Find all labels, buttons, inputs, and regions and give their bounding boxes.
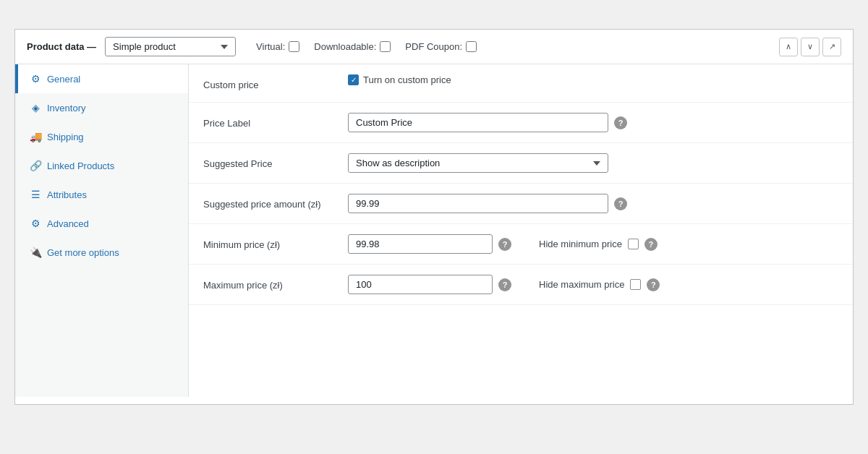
tag-icon: ◈ [30, 102, 41, 113]
suggested-price-label: Suggested Price [203, 153, 348, 171]
hide-maximum-price-group: Hide maximum price ? [539, 278, 660, 291]
hide-minimum-price-help-icon[interactable]: ? [644, 238, 658, 251]
minimum-price-help-icon[interactable]: ? [498, 238, 511, 251]
list-icon: ☰ [30, 189, 41, 200]
sidebar-item-inventory-label: Inventory [47, 103, 85, 113]
sidebar-item-attributes-label: Attributes [47, 189, 87, 200]
maximum-price-label: Maximum price (zł) [203, 275, 348, 292]
wrench-icon: ⚙ [30, 73, 41, 85]
hide-maximum-price-label: Hide maximum price [539, 279, 624, 290]
maximum-price-field: ? Hide maximum price ? [348, 275, 838, 294]
hide-minimum-price-label: Hide minimum price [539, 239, 622, 249]
suggested-price-amount-help-icon[interactable]: ? [614, 197, 627, 210]
collapse-down-button[interactable]: ∨ [801, 38, 820, 56]
hide-maximum-price-checkbox[interactable] [630, 279, 641, 290]
header-arrows: ∧ ∨ ↗ [779, 38, 841, 56]
downloadable-checkbox[interactable] [380, 41, 391, 52]
virtual-checkbox-label[interactable]: Virtual: [256, 41, 299, 52]
plugin-icon: 🔌 [30, 247, 41, 258]
hide-maximum-price-help-icon[interactable]: ? [647, 278, 660, 291]
collapse-up-button[interactable]: ∧ [779, 38, 798, 56]
maximum-price-row: Maximum price (zł) ? Hide maximum price … [189, 265, 853, 305]
product-data-panel: Product data — Simple productVariable pr… [14, 29, 854, 405]
price-label-help-icon[interactable]: ? [614, 116, 627, 129]
suggested-price-amount-label: Suggested price amount (zł) [203, 194, 348, 211]
product-type-select[interactable]: Simple productVariable productGrouped pr… [105, 37, 236, 56]
sidebar-item-shipping[interactable]: 🚚 Shipping [15, 122, 188, 151]
product-data-body: ⚙ General ◈ Inventory 🚚 Shipping 🔗 Linke… [15, 64, 853, 397]
sidebar-item-general[interactable]: ⚙ General [15, 64, 188, 93]
downloadable-checkbox-label[interactable]: Downloadable: [314, 41, 391, 52]
suggested-price-amount-field: ? [348, 194, 838, 213]
sidebar-item-linked-products[interactable]: 🔗 Linked Products [15, 151, 188, 180]
price-label-row: Price Label ? [189, 103, 853, 143]
custom-price-field: ✓ Turn on custom price [348, 74, 838, 85]
sidebar-item-inventory[interactable]: ◈ Inventory [15, 93, 188, 122]
minimum-price-input[interactable] [348, 234, 493, 254]
minimum-price-field: ? Hide minimum price ? [348, 234, 838, 254]
sidebar-item-advanced-label: Advanced [47, 218, 89, 229]
downloadable-label: Downloadable: [314, 41, 376, 52]
header-checkboxes: Virtual: Downloadable: PDF Coupon: [256, 41, 477, 52]
suggested-price-select[interactable]: Show as descriptionShow as regular price… [348, 153, 608, 173]
pdf-coupon-label: PDF Coupon: [405, 41, 462, 52]
sidebar-item-attributes[interactable]: ☰ Attributes [15, 180, 188, 209]
gear-icon: ⚙ [30, 218, 41, 229]
maximum-price-input[interactable] [348, 275, 493, 294]
truck-icon: 🚚 [30, 131, 41, 142]
suggested-price-amount-input[interactable] [348, 194, 608, 213]
suggested-price-field: Show as descriptionShow as regular price… [348, 153, 838, 173]
minimum-price-label: Minimum price (zł) [203, 234, 348, 252]
sidebar-item-linked-products-label: Linked Products [47, 160, 114, 171]
price-label-label: Price Label [203, 113, 348, 130]
main-content: Custom price ✓ Turn on custom price Pric… [189, 64, 853, 397]
expand-button[interactable]: ↗ [822, 38, 841, 56]
sidebar-item-get-more-options-label: Get more options [47, 247, 119, 258]
sidebar: ⚙ General ◈ Inventory 🚚 Shipping 🔗 Linke… [15, 64, 189, 397]
sidebar-item-get-more-options[interactable]: 🔌 Get more options [15, 238, 188, 267]
hide-minimum-price-checkbox[interactable] [628, 239, 639, 249]
sidebar-item-general-label: General [47, 74, 80, 85]
product-data-header: Product data — Simple productVariable pr… [15, 30, 853, 64]
virtual-checkbox[interactable] [289, 41, 299, 52]
product-data-title: Product data — [27, 41, 96, 52]
suggested-price-amount-row: Suggested price amount (zł) ? [189, 184, 853, 224]
hide-minimum-price-group: Hide minimum price ? [539, 238, 658, 251]
virtual-label: Virtual: [256, 41, 285, 52]
price-label-input[interactable] [348, 113, 608, 132]
custom-price-label: Custom price [203, 74, 348, 92]
check-icon: ✓ [351, 76, 357, 84]
minimum-price-row: Minimum price (zł) ? Hide minimum price … [189, 224, 853, 265]
maximum-price-help-icon[interactable]: ? [498, 278, 511, 291]
link-icon: 🔗 [30, 160, 41, 171]
custom-price-checkbox-text: Turn on custom price [363, 74, 451, 85]
custom-price-row: Custom price ✓ Turn on custom price [189, 64, 853, 103]
sidebar-item-advanced[interactable]: ⚙ Advanced [15, 209, 188, 238]
price-label-field: ? [348, 113, 838, 132]
custom-price-checkbox-row[interactable]: ✓ Turn on custom price [348, 74, 451, 85]
suggested-price-row: Suggested Price Show as descriptionShow … [189, 143, 853, 184]
pdf-coupon-checkbox-label[interactable]: PDF Coupon: [405, 41, 477, 52]
sidebar-item-shipping-label: Shipping [47, 132, 84, 142]
custom-price-checkbox[interactable]: ✓ [348, 74, 359, 85]
pdf-coupon-checkbox[interactable] [466, 41, 477, 52]
